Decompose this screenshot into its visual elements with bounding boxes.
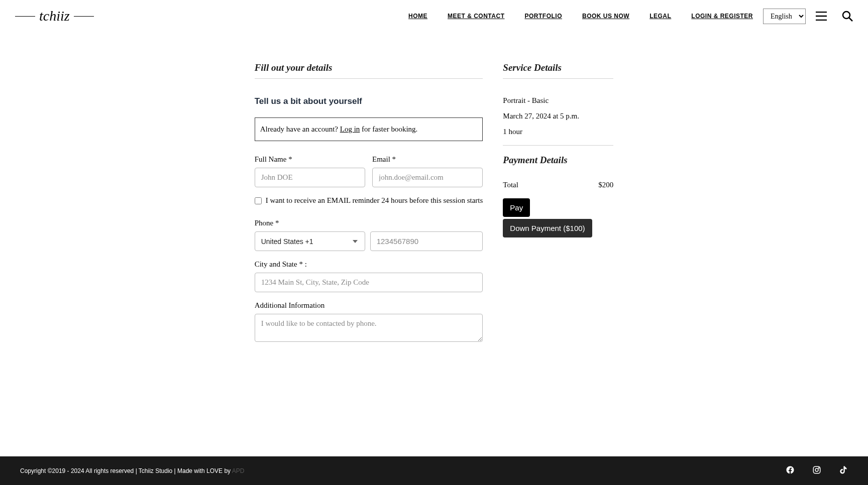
svg-line-1	[849, 18, 852, 21]
additional-info-label: Additional Information	[255, 301, 483, 310]
instagram-icon[interactable]	[812, 465, 821, 476]
fullname-label: Full Name *	[255, 155, 365, 164]
search-icon[interactable]	[842, 11, 853, 22]
service-datetime: March 27, 2024 at 5 p.m.	[503, 112, 613, 120]
hamburger-menu-icon[interactable]	[816, 12, 827, 21]
service-details-title: Service Details	[503, 62, 613, 79]
name-email-row: Full Name * Email *	[255, 155, 483, 187]
nav-book-us[interactable]: BOOK US NOW	[582, 13, 629, 20]
reminder-label[interactable]: I want to receive an EMAIL reminder 24 h…	[266, 196, 483, 205]
sidebar-divider	[503, 145, 613, 146]
footer-copyright: Copyright ©2019 - 2024 All rights reserv…	[20, 467, 232, 474]
main-nav: HOME MEET & CONTACT PORTFOLIO BOOK US NO…	[408, 13, 753, 20]
form-subtitle: Tell us a bit about yourself	[255, 96, 483, 106]
service-duration: 1 hour	[503, 128, 613, 136]
city-state-label: City and State * :	[255, 260, 483, 269]
facebook-icon[interactable]	[786, 465, 795, 476]
service-name: Portrait - Basic	[503, 96, 613, 105]
login-prefix: Already have an account?	[260, 125, 340, 133]
login-suffix: for faster booking.	[360, 125, 417, 133]
header-icon-group	[816, 11, 853, 22]
pay-button[interactable]: Pay	[503, 198, 530, 217]
total-value: $200	[598, 181, 613, 189]
svg-point-4	[818, 467, 819, 468]
total-label: Total	[503, 181, 518, 189]
site-logo[interactable]: tchiiz	[15, 4, 94, 28]
login-banner: Already have an account? Log in for fast…	[255, 117, 483, 141]
language-select[interactable]: English	[763, 9, 806, 24]
svg-point-3	[815, 468, 818, 471]
phone-label: Phone *	[255, 219, 483, 227]
reminder-checkbox-row: I want to receive an EMAIL reminder 24 h…	[255, 196, 483, 205]
footer-apd-link[interactable]: APD	[232, 467, 245, 474]
social-icons	[786, 465, 848, 476]
login-link[interactable]: Log in	[340, 125, 360, 133]
fullname-input[interactable]	[255, 168, 365, 187]
payment-total-row: Total $200	[503, 181, 613, 189]
site-footer: Copyright ©2019 - 2024 All rights reserv…	[0, 456, 868, 485]
down-payment-button[interactable]: Down Payment ($100)	[503, 219, 592, 237]
city-state-input[interactable]	[255, 273, 483, 292]
email-input[interactable]	[372, 168, 483, 187]
nav-login-register[interactable]: LOGIN & REGISTER	[691, 13, 753, 20]
payment-details-title: Payment Details	[503, 155, 613, 171]
nav-legal[interactable]: LEGAL	[649, 13, 671, 20]
tiktok-icon[interactable]	[839, 465, 848, 476]
phone-input[interactable]	[370, 231, 483, 251]
svg-point-0	[843, 12, 850, 19]
form-title: Fill out your details	[255, 62, 483, 79]
additional-info-textarea[interactable]	[255, 314, 483, 342]
logo-text: tchiiz	[35, 8, 74, 24]
phone-country-select[interactable]: United States +1	[255, 231, 365, 251]
footer-copyright-container: Copyright ©2019 - 2024 All rights reserv…	[20, 467, 244, 474]
nav-meet-contact[interactable]: MEET & CONTACT	[448, 13, 504, 20]
sidebar: Service Details Portrait - Basic March 2…	[503, 62, 613, 426]
email-label: Email *	[372, 155, 483, 164]
site-header: tchiiz HOME MEET & CONTACT PORTFOLIO BOO…	[0, 0, 868, 32]
booking-form: Fill out your details Tell us a bit abou…	[255, 62, 483, 426]
reminder-checkbox[interactable]	[255, 197, 262, 204]
nav-portfolio[interactable]: PORTFOLIO	[524, 13, 562, 20]
nav-home[interactable]: HOME	[408, 13, 427, 20]
main-content: Fill out your details Tell us a bit abou…	[255, 32, 614, 456]
